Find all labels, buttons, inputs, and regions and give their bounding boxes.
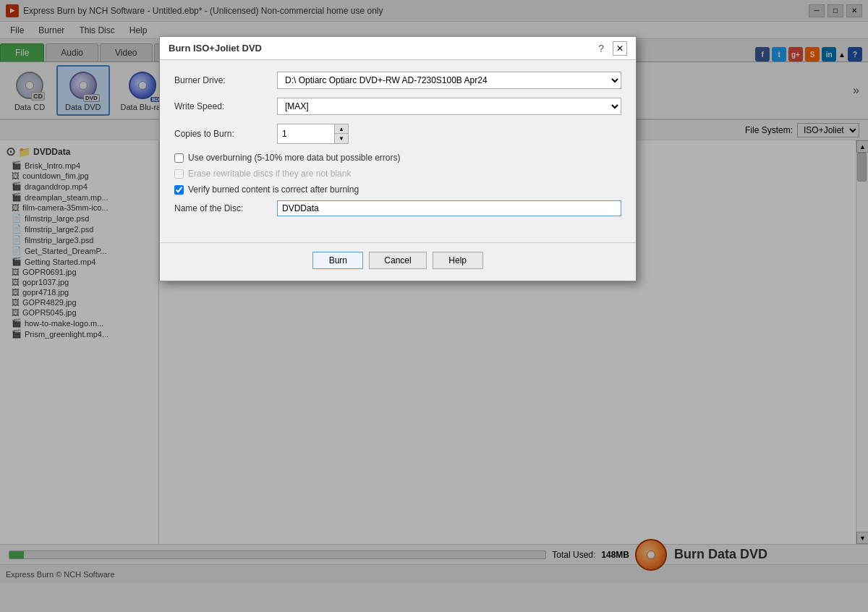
write-speed-row: Write Speed: [MAX] 1x 2x 4x 8x 16x bbox=[174, 98, 621, 115]
modal-body: Burner Drive: D:\ Optiarc Optiarc DVD+-R… bbox=[160, 60, 636, 237]
write-speed-label: Write Speed: bbox=[174, 101, 268, 111]
copies-spinner: ▲ ▼ bbox=[277, 124, 621, 144]
copies-label: Copies to Burn: bbox=[174, 129, 268, 139]
spin-up-button[interactable]: ▲ bbox=[335, 124, 348, 134]
burn-button[interactable]: Burn bbox=[312, 252, 363, 269]
copies-control: ▲ ▼ bbox=[277, 124, 621, 144]
cancel-button[interactable]: Cancel bbox=[369, 252, 426, 269]
copies-input[interactable] bbox=[277, 124, 335, 144]
burner-drive-row: Burner Drive: D:\ Optiarc Optiarc DVD+-R… bbox=[174, 72, 621, 89]
spin-down-button[interactable]: ▼ bbox=[335, 134, 348, 143]
modal-footer: Burn Cancel Help bbox=[160, 252, 636, 281]
erase-label: Erase rewritable discs if they are not b… bbox=[188, 169, 351, 179]
erase-row: Erase rewritable discs if they are not b… bbox=[174, 169, 621, 179]
write-speed-control: [MAX] 1x 2x 4x 8x 16x bbox=[277, 98, 621, 115]
overburn-checkbox[interactable] bbox=[174, 153, 184, 163]
verify-label[interactable]: Verify burned content is correct after b… bbox=[188, 184, 359, 195]
disc-name-input[interactable] bbox=[277, 200, 621, 216]
burner-drive-select[interactable]: D:\ Optiarc Optiarc DVD+-RW AD-7230S100B… bbox=[277, 72, 621, 89]
verify-row: Verify burned content is correct after b… bbox=[174, 184, 621, 195]
overburn-label[interactable]: Use overburning (5-10% more data but pos… bbox=[188, 153, 400, 163]
disc-name-row: Name of the Disc: bbox=[174, 200, 621, 216]
modal-title-bar: Burn ISO+Joliet DVD ? ✕ bbox=[160, 37, 636, 60]
write-speed-select[interactable]: [MAX] 1x 2x 4x 8x 16x bbox=[277, 98, 621, 115]
copies-row: Copies to Burn: ▲ ▼ bbox=[174, 124, 621, 144]
spin-buttons: ▲ ▼ bbox=[335, 124, 349, 144]
burner-drive-label: Burner Drive: bbox=[174, 75, 268, 85]
help-button[interactable]: Help bbox=[433, 252, 483, 269]
modal-divider bbox=[160, 242, 636, 243]
modal-overlay: Burn ISO+Joliet DVD ? ✕ Burner Drive: D:… bbox=[0, 0, 868, 612]
modal-help-symbol[interactable]: ? bbox=[598, 43, 604, 54]
burner-drive-control: D:\ Optiarc Optiarc DVD+-RW AD-7230S100B… bbox=[277, 72, 621, 89]
verify-checkbox[interactable] bbox=[174, 185, 184, 195]
disc-name-control bbox=[277, 200, 621, 216]
disc-name-label: Name of the Disc: bbox=[174, 203, 268, 213]
burn-dialog: Burn ISO+Joliet DVD ? ✕ Burner Drive: D:… bbox=[159, 36, 637, 281]
modal-title: Burn ISO+Joliet DVD bbox=[169, 43, 598, 54]
modal-close-button[interactable]: ✕ bbox=[613, 41, 627, 56]
overburn-row: Use overburning (5-10% more data but pos… bbox=[174, 153, 621, 163]
erase-checkbox[interactable] bbox=[174, 169, 184, 179]
